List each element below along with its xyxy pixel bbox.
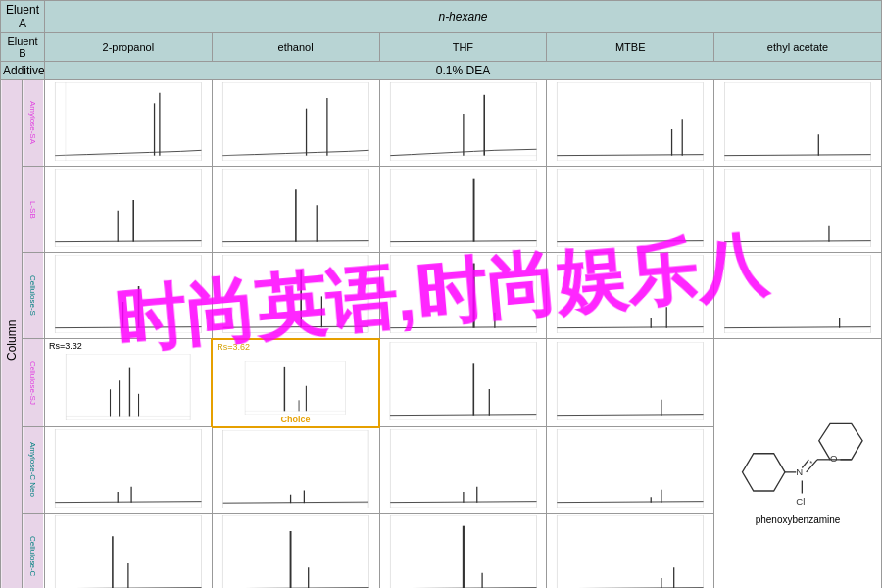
svg-rect-66 (390, 342, 536, 420)
row-label-amylose-sa: Amylose-SA (23, 80, 44, 167)
chart-cell-amylose-c-neo-3 (547, 427, 714, 514)
svg-text:N: N (796, 466, 803, 477)
chart-cell-cellulose-c-0 (44, 514, 212, 589)
row-label-cellulose-s: Cellulose-S (23, 253, 44, 339)
chart-cell-cellulose-s-1 (212, 253, 379, 339)
molecule-cell: N * O Cl (714, 339, 882, 589)
chart-cell-cellulose-c-3 (547, 514, 714, 589)
chart-svg (382, 82, 545, 161)
chart-cell-cellulose-s-2 (379, 253, 547, 339)
svg-rect-28 (390, 169, 536, 247)
chart-cell-amylose-sa-0 (44, 80, 212, 167)
eluent-a-value: n-hexane (44, 1, 881, 33)
chart-svg (716, 169, 879, 247)
molecule-name: phenoxybenzamine (756, 514, 841, 525)
chart-svg (47, 515, 210, 588)
chart-svg (549, 515, 711, 588)
molecule-svg: N * O Cl (729, 413, 866, 511)
additive-value: 0.1% DEA (44, 62, 881, 80)
svg-rect-36 (55, 255, 201, 333)
svg-rect-13 (558, 82, 704, 161)
chart-cell-lsb-3 (547, 167, 714, 253)
chart-svg (716, 255, 879, 333)
chart-svg (215, 515, 377, 588)
main-table: Eluent A n-hexane Eluent B 2-propanol et… (0, 0, 882, 588)
chart-svg (549, 342, 711, 420)
chart-svg (382, 169, 545, 247)
svg-rect-85 (55, 429, 201, 508)
row-label-amylose-c-neo: Amylose-C Neo (23, 427, 44, 514)
eluent-b-2propanol: 2-propanol (44, 33, 212, 62)
chart-svg (47, 169, 210, 247)
eluent-a-row: Eluent A n-hexane (1, 1, 882, 33)
svg-rect-20 (55, 169, 201, 247)
eluent-b-mtbe: MTBE (547, 33, 714, 62)
chart-svg (549, 169, 711, 247)
svg-text:Cl: Cl (796, 496, 805, 507)
eluent-b-ethanol: ethanol (212, 33, 379, 62)
chart-cell-cellulose-s-0 (44, 253, 212, 339)
eluent-b-ethyl-acetate: ethyl acetate (714, 33, 882, 62)
chart-cell-cellulose-sj-2 (379, 339, 547, 427)
svg-rect-48 (558, 255, 704, 333)
table-row: Cellulose-S (1, 253, 882, 339)
svg-marker-73 (743, 454, 785, 491)
chart-cell-cellulose-sj-3 (547, 339, 714, 427)
svg-rect-52 (724, 255, 870, 333)
chart-cell-amylose-sa-3 (547, 80, 714, 167)
svg-rect-55 (66, 354, 190, 420)
chart-cell-amylose-sa-2 (379, 80, 547, 167)
chart-cell-amylose-sa-4 (714, 80, 882, 167)
additive-row: Additive 0.1% DEA (1, 62, 882, 80)
chart-cell-lsb-1 (212, 167, 379, 253)
chart-svg (549, 429, 711, 508)
chart-cell-amylose-c-neo-2 (379, 427, 547, 514)
table-row: Cellulose-SJ Rs=3.32 Rs=3.62 Choice (1, 339, 882, 427)
chart-svg (382, 515, 545, 588)
svg-line-84 (802, 460, 808, 468)
chart-svg (215, 430, 377, 509)
chart-svg (382, 342, 544, 420)
svg-rect-70 (558, 342, 704, 420)
chart-svg (215, 361, 376, 415)
svg-rect-97 (558, 429, 704, 508)
chart-svg (215, 82, 377, 161)
svg-rect-105 (222, 515, 368, 588)
table-row: L-SB (1, 167, 882, 253)
chart-svg (382, 429, 545, 508)
svg-marker-81 (819, 423, 862, 460)
chart-cell-lsb-4 (714, 167, 882, 253)
eluent-a-value-text: n-hexane (438, 10, 487, 24)
chart-svg (47, 255, 210, 333)
svg-rect-5 (222, 82, 368, 161)
chart-svg (215, 169, 377, 247)
svg-rect-40 (222, 255, 368, 333)
svg-rect-31 (558, 169, 704, 247)
eluent-b-thf: THF (379, 33, 547, 62)
chart-svg (47, 354, 209, 420)
rs-label-1: Rs=3.62 (217, 342, 250, 352)
chart-svg (47, 429, 210, 508)
column-main-label: Column (1, 80, 23, 589)
chart-cell-cellulose-s-4 (714, 253, 882, 339)
svg-rect-44 (390, 255, 536, 333)
row-label-lsb: L-SB (23, 167, 44, 253)
svg-rect-61 (245, 361, 346, 415)
additive-label: Additive (1, 62, 45, 80)
chart-cell-cellulose-sj-0: Rs=3.32 (44, 339, 212, 427)
chart-cell-cellulose-c-1 (212, 514, 379, 589)
row-label-cellulose-sj: Cellulose-SJ (23, 339, 44, 427)
chart-svg (47, 82, 210, 161)
svg-rect-89 (222, 430, 368, 509)
eluent-a-label: Eluent A (1, 1, 45, 33)
chart-cell-cellulose-sj-1-highlighted: Rs=3.62 Choice (212, 339, 379, 427)
molecule-container: N * O Cl (716, 341, 879, 588)
chart-cell-lsb-0 (44, 167, 212, 253)
chart-svg (716, 82, 879, 161)
eluent-b-label: Eluent B (1, 33, 45, 62)
chart-cell-amylose-c-neo-1 (212, 427, 379, 514)
rs-label-0: Rs=3.32 (49, 341, 82, 351)
table-row: Column Amylose-SA (1, 80, 882, 167)
svg-rect-113 (558, 515, 704, 588)
row-label-cellulose-c: Cellulose-C (23, 514, 44, 589)
